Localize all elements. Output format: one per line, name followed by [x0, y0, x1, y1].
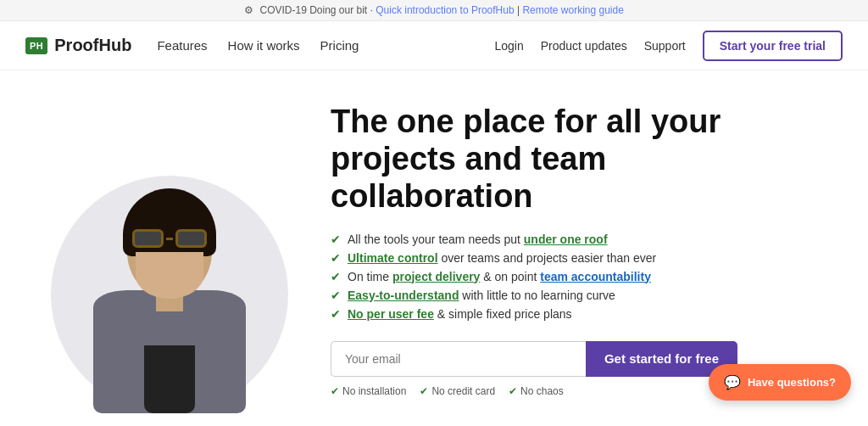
no-installation: ✔ No installation — [331, 385, 406, 397]
check-icon-4: ✔ — [331, 289, 341, 302]
nav-features[interactable]: Features — [157, 38, 207, 53]
hero-content: The one place for all your projects and … — [314, 95, 843, 396]
chat-button[interactable]: 💬 Have questions? — [709, 364, 851, 401]
gear-icon: ⚙ — [244, 4, 253, 16]
mini-check-2: ✔ — [420, 385, 428, 397]
announcement-link2[interactable]: Remote working guide — [522, 4, 623, 16]
cta-row: Get started for free — [331, 341, 737, 377]
hero-image — [25, 70, 314, 422]
mini-check-3: ✔ — [509, 385, 517, 397]
nav-how-it-works[interactable]: How it works — [228, 38, 300, 53]
loved-section: L❤ved by 85,000+ teams and businesses wo… — [0, 422, 868, 426]
navbar: PH ProofHub Features How it works Pricin… — [0, 21, 868, 70]
logo-link[interactable]: PH ProofHub — [25, 36, 131, 55]
feature-item-2: ✔ Ultimate control over teams and projec… — [331, 251, 843, 265]
feature-item-5: ✔ No per user fee & simple fixed price p… — [331, 307, 843, 321]
no-credit-card: ✔ No credit card — [420, 385, 495, 397]
announcement-text: COVID-19 Doing our bit · — [259, 4, 376, 16]
feature-item-4: ✔ Easy-to-understand with little to no l… — [331, 289, 843, 302]
announcement-pipe: | — [517, 4, 520, 16]
chat-icon: 💬 — [724, 374, 741, 390]
highlight-team-accountability: team accountability — [540, 270, 651, 283]
nav-right: Login Product updates Support Start your… — [494, 31, 843, 61]
feature-list: ✔ All the tools your team needs put unde… — [331, 233, 843, 321]
check-icon-2: ✔ — [331, 251, 341, 265]
highlight-project-delivery: project delivery — [392, 270, 481, 283]
no-chaos: ✔ No chaos — [509, 385, 564, 397]
nav-support[interactable]: Support — [644, 39, 686, 53]
check-icon-1: ✔ — [331, 233, 341, 246]
hero-title: The one place for all your projects and … — [331, 104, 737, 215]
check-icon-5: ✔ — [331, 307, 341, 321]
highlight-under-one-roof: under one roof — [524, 233, 608, 246]
feature-item-1: ✔ All the tools your team needs put unde… — [331, 233, 843, 246]
nav-product-updates[interactable]: Product updates — [541, 39, 627, 53]
feature-item-3: ✔ On time project delivery & on point te… — [331, 270, 843, 283]
highlight-no-per-user-fee: No per user fee — [348, 307, 434, 321]
highlight-easy-to-understand: Easy-to-understand — [348, 289, 459, 302]
highlight-ultimate-control: Ultimate control — [348, 251, 438, 265]
chat-label: Have questions? — [748, 376, 836, 389]
nav-pricing[interactable]: Pricing — [320, 38, 359, 53]
logo-name: ProofHub — [54, 36, 131, 55]
email-input[interactable] — [331, 341, 586, 377]
nav-login[interactable]: Login — [494, 39, 523, 53]
check-icon-3: ✔ — [331, 270, 341, 283]
logo-icon: PH — [25, 37, 47, 54]
trial-button[interactable]: Start your free trial — [703, 31, 843, 61]
mini-check-1: ✔ — [331, 385, 339, 397]
announcement-link1[interactable]: Quick introduction to ProofHub — [376, 4, 514, 16]
announcement-bar: ⚙ COVID-19 Doing our bit · Quick introdu… — [0, 0, 868, 21]
nav-links: Features How it works Pricing — [157, 38, 494, 53]
